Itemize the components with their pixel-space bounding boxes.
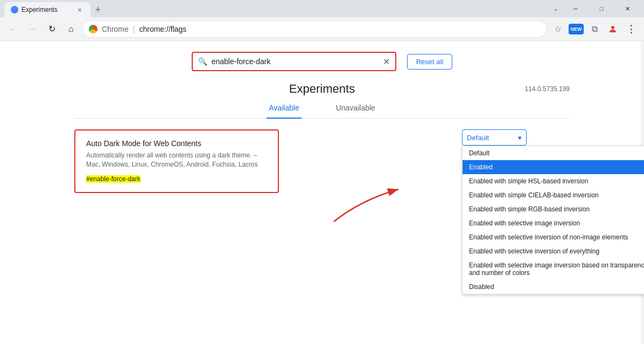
dropdown-option-selective-non-image[interactable]: Enabled with selective inversion of non-… <box>463 230 644 244</box>
svg-point-0 <box>611 26 614 29</box>
search-container: 🔍 ✕ Reset all <box>74 52 570 71</box>
window-controls: ─ □ ✕ <box>563 0 640 17</box>
dropdown-trigger[interactable]: Default ▾ <box>462 129 527 146</box>
tabs-container: Available Unavailable <box>74 98 570 119</box>
extensions-button[interactable]: ⧉ <box>586 20 603 38</box>
dropdown-container: Default ▾ Default Enabled Enabled with s… <box>462 129 527 146</box>
dropdown-option-hsl[interactable]: Enabled with simple HSL-based inversion <box>463 174 644 188</box>
nav-right-icons: ☆ NEW ⧉ ⋮ <box>549 20 640 38</box>
content-area: 🔍 ✕ Reset all Experiments 114.0.5735.199… <box>53 41 591 204</box>
navbar: ← → ↻ ⌂ Chrome | chrome://flags ☆ NEW ⧉ … <box>0 17 644 41</box>
dropdown-option-selective-image[interactable]: Enabled with selective image inversion <box>463 216 644 230</box>
experiment-flag: #enable-force-dark <box>86 175 141 183</box>
close-button[interactable]: ✕ <box>615 0 640 17</box>
dropdown-option-rgb[interactable]: Enabled with simple RGB-based inversion <box>463 202 644 216</box>
reload-button[interactable]: ↻ <box>43 20 60 38</box>
address-bar[interactable]: Chrome | chrome://flags <box>82 20 547 38</box>
active-tab[interactable]: Experiments ✕ <box>4 2 90 17</box>
address-chrome: Chrome <box>102 25 129 33</box>
reset-all-button[interactable]: Reset all <box>407 54 453 70</box>
tab-title: Experiments <box>22 6 58 13</box>
address-separator: | <box>133 25 135 33</box>
bookmark-button[interactable]: ☆ <box>549 20 566 38</box>
profile-button[interactable] <box>604 20 621 38</box>
dropdown-current-value: Default <box>467 134 489 142</box>
new-tab-button[interactable]: + <box>90 2 106 17</box>
experiment-card: Auto Dark Mode for Web Contents Automati… <box>74 129 279 193</box>
dropdown-menu: Default Enabled Enabled with simple HSL-… <box>462 146 644 294</box>
extension-new-badge: NEW <box>569 24 584 35</box>
back-button[interactable]: ← <box>4 20 22 38</box>
tab-strip: Experiments ✕ + <box>4 0 106 17</box>
search-box: 🔍 ✕ <box>192 52 396 71</box>
dropdown-option-enabled[interactable]: Enabled <box>463 160 644 174</box>
tab-close-button[interactable]: ✕ <box>75 5 84 14</box>
forward-button[interactable]: → <box>24 20 41 38</box>
search-icon: 🔍 <box>198 57 207 66</box>
more-button[interactable]: ⋮ <box>622 20 640 38</box>
main-content: 🔍 ✕ Reset all Experiments 114.0.5735.199… <box>0 41 644 344</box>
home-button[interactable]: ⌂ <box>62 20 80 38</box>
dropdown-option-cielab[interactable]: Enabled with simple CIELAB-based inversi… <box>463 188 644 202</box>
dropdown-option-selective-transparency[interactable]: Enabled with selective image inversion b… <box>463 258 644 280</box>
site-icon <box>89 25 97 33</box>
experiments-header: Experiments 114.0.5735.199 <box>74 82 570 96</box>
dropdown-option-disabled[interactable]: Disabled <box>463 280 644 294</box>
minimize-button[interactable]: ─ <box>563 0 588 17</box>
maximize-button[interactable]: □ <box>589 0 614 17</box>
experiments-layout: Auto Dark Mode for Web Contents Automati… <box>74 129 570 193</box>
titlebar-left: Experiments ✕ + ⌄ <box>4 0 563 17</box>
dropdown-option-selective-everything[interactable]: Enabled with selective inversion of ever… <box>463 244 644 258</box>
tab-search-button[interactable]: ⌄ <box>548 1 563 16</box>
experiment-description: Automatically render all web contents us… <box>86 151 267 169</box>
extension-new-button[interactable]: NEW <box>568 20 585 38</box>
page-title: Experiments <box>74 82 570 96</box>
tab-unavailable[interactable]: Unavailable <box>334 98 377 119</box>
search-clear-icon[interactable]: ✕ <box>383 57 390 67</box>
titlebar: Experiments ✕ + ⌄ ─ □ ✕ <box>0 0 644 17</box>
experiment-title: Auto Dark Mode for Web Contents <box>86 139 267 148</box>
address-text: chrome://flags <box>139 25 186 33</box>
dropdown-chevron: ▾ <box>518 134 522 142</box>
search-input[interactable] <box>212 57 379 66</box>
tab-favicon <box>11 6 18 13</box>
version-text: 114.0.5735.199 <box>525 85 570 93</box>
tab-available[interactable]: Available <box>267 98 302 119</box>
dropdown-option-default[interactable]: Default <box>463 146 644 160</box>
